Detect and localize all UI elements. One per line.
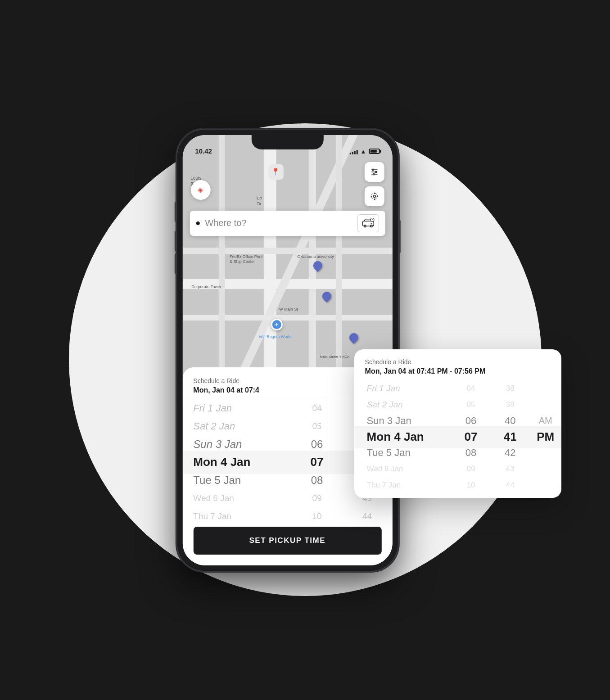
set-pickup-button[interactable]: SET PICKUP TIME: [193, 527, 381, 555]
hour-04[interactable]: 04: [292, 399, 342, 417]
status-time: 10.42: [195, 147, 212, 155]
popup-hour-07[interactable]: 07: [451, 429, 490, 445]
signal-bar-2: [352, 152, 353, 154]
popup-date-thu[interactable]: Thu 7 Jan: [365, 477, 452, 493]
date-item-tue[interactable]: Tue 5 Jan: [191, 471, 292, 489]
map-pin-corporate: [320, 289, 333, 302]
popup-date-column[interactable]: Fri 1 Jan Sat 2 Jan Sun 3 Jan Mon 4 Jan …: [354, 381, 452, 493]
date-item-sat[interactable]: Sat 2 Jan: [191, 417, 292, 435]
map-pin-ymca: [347, 331, 360, 343]
hour-09[interactable]: 09: [292, 489, 342, 507]
schedule-ride-icon[interactable]: [357, 214, 379, 232]
map-label-oklahoma: Oklahoma university: [297, 254, 334, 259]
map-road-h3: [182, 315, 392, 321]
popup-min-38[interactable]: 38: [491, 381, 530, 397]
map-label-rogers: Will Rogers World: [259, 334, 291, 339]
battery-fill: [370, 150, 376, 153]
map-road-v4: [218, 135, 225, 405]
battery-icon: [369, 149, 380, 154]
map-label-do: Do: [257, 196, 262, 200]
popup-header: Schedule a Ride Mon, Jan 04 at 07:41 PM …: [354, 349, 561, 381]
date-item-fri[interactable]: Fri 1 Jan: [191, 399, 292, 417]
phone-notch: [251, 135, 323, 149]
hour-07[interactable]: 07: [292, 453, 342, 471]
search-dot-icon: [196, 221, 199, 225]
date-item-mon[interactable]: Mon 4 Jan: [191, 453, 292, 471]
schedule-label: Schedule a Ride: [193, 377, 381, 384]
compass-button[interactable]: ◈: [190, 180, 210, 200]
status-icons: ▲: [349, 148, 380, 155]
set-pickup-label: SET PICKUP TIME: [249, 536, 326, 545]
popup-ampm-blank2: [530, 397, 561, 413]
hour-05[interactable]: 05: [292, 417, 342, 435]
date-item-thu[interactable]: Thu 7 Jan: [191, 507, 292, 525]
popup-time: Mon, Jan 04 at 07:41 PM - 07:56 PM: [365, 367, 551, 375]
popup-ampm-blank3: [530, 445, 561, 461]
popup-min-42[interactable]: 42: [491, 445, 530, 461]
map-pin-airport: ✈: [271, 319, 282, 330]
popup-date-mon[interactable]: Mon 4 Jan: [365, 429, 452, 445]
popup-card: Schedule a Ride Mon, Jan 04 at 07:41 PM …: [354, 349, 561, 498]
date-item-wed[interactable]: Wed 6 Jan: [191, 489, 292, 507]
popup-minute-column[interactable]: 38 39 40 41 42 43 44: [491, 381, 530, 493]
popup-hour-09[interactable]: 09: [451, 461, 490, 477]
popup-min-40[interactable]: 40: [491, 413, 530, 429]
popup-picker[interactable]: Fri 1 Jan Sat 2 Jan Sun 3 Jan Mon 4 Jan …: [354, 381, 561, 493]
popup-date-tue[interactable]: Tue 5 Jan: [365, 445, 452, 461]
hour-column[interactable]: 04 05 06 07 08 09 10: [292, 399, 342, 525]
map-road-v2: [308, 135, 316, 405]
hour-06[interactable]: 06: [292, 435, 342, 453]
map-label-wmain: W Main St: [279, 307, 298, 312]
filter-button[interactable]: [364, 162, 384, 182]
popup-ampm-am[interactable]: AM: [530, 413, 561, 429]
popup-date-sat[interactable]: Sat 2 Jan: [365, 397, 452, 413]
popup-date-wed[interactable]: Wed 6 Jan: [365, 461, 452, 477]
popup-hour-08[interactable]: 08: [451, 445, 490, 461]
popup-ampm-blank1: [530, 381, 561, 397]
map-label-ymca: Main Street YMCA: [320, 355, 349, 359]
popup-min-44[interactable]: 44: [491, 477, 530, 493]
compass-icon: ◈: [198, 185, 203, 194]
min-44[interactable]: 44: [342, 507, 393, 525]
signal-bar-4: [356, 150, 357, 154]
map-loc-icon[interactable]: 📍: [268, 164, 283, 180]
popup-date-sun[interactable]: Sun 3 Jan: [365, 413, 452, 429]
popup-ampm-blank5: [530, 477, 561, 493]
svg-point-7: [371, 193, 377, 199]
signal-bar-3: [354, 151, 355, 154]
svg-point-5: [373, 173, 374, 175]
popup-hour-column[interactable]: 04 05 06 07 08 09 10: [451, 381, 490, 493]
location-button[interactable]: [364, 186, 384, 206]
popup-date-fri[interactable]: Fri 1 Jan: [365, 381, 452, 397]
popup-min-39[interactable]: 39: [491, 397, 530, 413]
map-label-corporate: Corporate Tower: [191, 285, 221, 289]
scene: 10.42 ▲: [0, 0, 610, 700]
map-road-v3: [335, 135, 342, 405]
popup-min-43[interactable]: 43: [491, 461, 530, 477]
popup-ampm-blank4: [530, 461, 561, 477]
map-label-fedex2: & Ship Center: [230, 259, 255, 264]
map-label-ta: Ta: [257, 201, 261, 206]
popup-hour-05[interactable]: 05: [451, 397, 490, 413]
date-item-sun[interactable]: Sun 3 Jan: [191, 435, 292, 453]
popup-hour-10[interactable]: 10: [451, 477, 490, 493]
hour-08[interactable]: 08: [292, 471, 342, 489]
date-column[interactable]: Fri 1 Jan Sat 2 Jan Sun 3 Jan Mon 4 Jan …: [182, 399, 292, 525]
popup-min-41[interactable]: 41: [491, 429, 530, 445]
popup-schedule-label: Schedule a Ride: [365, 358, 551, 366]
popup-ampm-pm[interactable]: PM: [530, 429, 561, 445]
popup-hour-06[interactable]: 06: [451, 413, 490, 429]
svg-point-6: [373, 195, 375, 197]
map-label-fedex1: FedEx Office Print: [230, 254, 262, 259]
popup-hour-04[interactable]: 04: [451, 381, 490, 397]
svg-point-3: [372, 169, 373, 170]
svg-point-4: [375, 171, 376, 172]
search-input[interactable]: Where to?: [205, 218, 357, 228]
wifi-icon: ▲: [360, 148, 366, 155]
search-bar[interactable]: Where to?: [190, 211, 385, 236]
signal-bars-icon: [349, 149, 357, 154]
schedule-time: Mon, Jan 04 at 07:4: [193, 386, 381, 394]
popup-ampm-column[interactable]: AM PM: [530, 381, 561, 493]
hour-10[interactable]: 10: [292, 507, 342, 525]
signal-bar-1: [349, 153, 351, 154]
